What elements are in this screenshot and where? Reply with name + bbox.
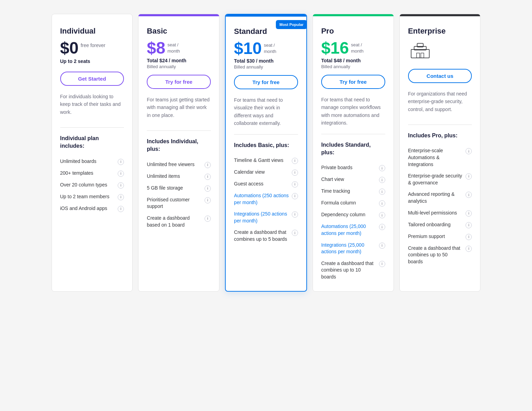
info-icon[interactable]: i — [466, 222, 472, 228]
feature-item: Tailored onboardingi — [408, 219, 472, 231]
info-icon[interactable]: i — [379, 177, 385, 183]
billed-note-pro: Billed annually — [321, 64, 385, 69]
feature-text: Create a dashboard that combines up to 5… — [408, 245, 463, 265]
price-meta-standard: seat / month — [264, 42, 276, 55]
plan-card-standard: Most PopularStandard$10seat / monthTotal… — [225, 14, 307, 292]
feature-text: Create a dashboard based on 1 board — [147, 215, 202, 228]
price-row-standard: $10seat / month — [234, 40, 298, 57]
total-billing-standard: Total $30 / month — [234, 58, 298, 64]
info-icon[interactable]: i — [466, 246, 472, 252]
feature-item: Unlimited free viewersi — [147, 159, 211, 171]
plan-card-individual: Individual$0free foreverUp to 2 seatsGet… — [52, 14, 133, 292]
plan-name-pro: Pro — [321, 27, 385, 36]
cta-button-basic[interactable]: Try for free — [147, 75, 211, 89]
info-icon[interactable]: i — [379, 189, 385, 195]
info-icon[interactable]: i — [292, 193, 298, 199]
price-amount-pro: $16 — [321, 40, 349, 56]
billed-note-standard: Billed annually — [234, 64, 298, 70]
cta-button-enterprise[interactable]: Contact us — [408, 69, 472, 83]
svg-rect-3 — [416, 53, 420, 58]
includes-title-enterprise: Includes Pro, plus: — [408, 132, 472, 139]
info-icon[interactable]: i — [205, 162, 211, 168]
divider-enterprise — [408, 125, 472, 125]
info-icon[interactable]: i — [379, 224, 385, 230]
info-icon[interactable]: i — [292, 170, 298, 176]
feature-item: Guest accessi — [234, 178, 298, 190]
info-icon[interactable]: i — [118, 194, 124, 200]
feature-item: Integrations (25,000 actions per month)i — [321, 239, 385, 258]
feature-item: Chart viewi — [321, 174, 385, 185]
divider-standard — [234, 134, 298, 135]
total-billing-basic: Total $24 / month — [147, 58, 211, 63]
feature-text: Formula column — [321, 200, 376, 207]
feature-text: Calendar view — [234, 169, 289, 176]
feature-text: Time tracking — [321, 188, 376, 195]
cta-button-individual[interactable]: Get Started — [60, 72, 124, 86]
info-icon[interactable]: i — [118, 159, 124, 165]
feature-item: Create a dashboard that combines up to 5… — [234, 227, 298, 245]
feature-item: Unlimited boardsi — [60, 156, 124, 167]
feature-list-pro: Private boardsiChart viewiTime trackingi… — [321, 162, 385, 283]
info-icon[interactable]: i — [466, 234, 472, 240]
info-icon[interactable]: i — [379, 165, 385, 171]
feature-item: Automations (250 actions per month)i — [234, 190, 298, 208]
divider-basic — [147, 130, 211, 131]
price-meta-basic: seat / month — [168, 42, 180, 54]
feature-item: Automations (25,000 actions per month)i — [321, 221, 385, 239]
info-icon[interactable]: i — [118, 171, 124, 177]
plan-description-individual: For individuals looking to keep track of… — [60, 93, 124, 120]
feature-item: Create a dashboard based on 1 boardi — [147, 212, 211, 231]
feature-item: Up to 2 team membersi — [60, 191, 124, 203]
top-bar-pro — [313, 14, 394, 16]
feature-item: Create a dashboard that combines up to 5… — [408, 243, 472, 268]
cta-button-pro[interactable]: Try for free — [321, 75, 385, 89]
feature-item: Enterprise-grade security & governancei — [408, 170, 472, 189]
info-icon[interactable]: i — [118, 182, 124, 189]
info-icon[interactable]: i — [205, 174, 211, 180]
feature-item: Create a dashboard that combines up to 1… — [321, 258, 385, 283]
feature-list-basic: Unlimited free viewersiUnlimited itemsi5… — [147, 159, 211, 231]
feature-text: Timeline & Gantt views — [234, 157, 289, 164]
feature-item: Calendar viewi — [234, 166, 298, 178]
cta-button-standard[interactable]: Try for free — [234, 75, 298, 89]
svg-rect-4 — [421, 53, 424, 58]
feature-item: 200+ templatesi — [60, 167, 124, 179]
feature-text: Automations (250 actions per month) — [234, 192, 289, 206]
info-icon[interactable]: i — [379, 200, 385, 207]
info-icon[interactable]: i — [379, 212, 385, 218]
info-icon[interactable]: i — [466, 192, 472, 198]
enterprise-icon — [408, 40, 472, 62]
feature-item: Timeline & Gantt viewsi — [234, 155, 298, 166]
info-icon[interactable]: i — [379, 243, 385, 249]
price-row-basic: $8seat / month — [147, 40, 211, 56]
plan-card-pro: Pro$16seat / monthTotal $48 / monthBille… — [313, 14, 394, 292]
info-icon[interactable]: i — [379, 261, 385, 267]
feature-item: Prioritised customer supporti — [147, 194, 211, 212]
plan-description-basic: For teams just getting started with mana… — [147, 96, 211, 124]
info-icon[interactable]: i — [205, 216, 211, 222]
feature-item: Premium supporti — [408, 231, 472, 243]
feature-text: Over 20 column types — [60, 182, 115, 189]
price-meta-pro: seat / month — [351, 42, 363, 54]
feature-text: Automations (25,000 actions per month) — [321, 223, 376, 237]
feature-item: Private boardsi — [321, 162, 385, 174]
feature-item: Over 20 column typesi — [60, 179, 124, 191]
feature-text: Guest access — [234, 181, 289, 188]
plan-name-basic: Basic — [147, 27, 211, 36]
info-icon[interactable]: i — [292, 158, 298, 164]
info-icon[interactable]: i — [118, 206, 124, 212]
info-icon[interactable]: i — [292, 181, 298, 188]
info-icon[interactable]: i — [466, 173, 472, 180]
info-icon[interactable]: i — [292, 230, 298, 236]
info-icon[interactable]: i — [292, 211, 298, 218]
includes-title-pro: Includes Standard, plus: — [321, 141, 385, 157]
plan-card-enterprise: Enterprise Contact usFor organizations t… — [399, 14, 481, 292]
feature-list-enterprise: Enterprise-scale Automations & Integrati… — [408, 145, 472, 267]
feature-text: Create a dashboard that combines up to 5… — [234, 229, 289, 243]
info-icon[interactable]: i — [466, 210, 472, 217]
price-row-pro: $16seat / month — [321, 40, 385, 56]
info-icon[interactable]: i — [205, 185, 211, 192]
info-icon[interactable]: i — [205, 197, 211, 203]
top-bar-enterprise — [400, 14, 480, 16]
info-icon[interactable]: i — [466, 148, 472, 154]
